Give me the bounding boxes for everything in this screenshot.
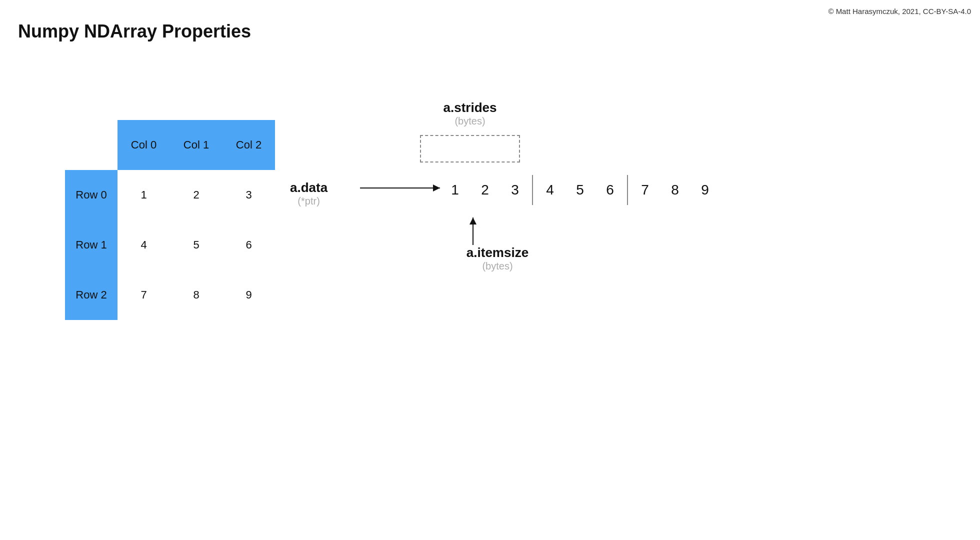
- copyright-text: © Matt Harasymczuk, 2021, CC-BY-SA-4.0: [828, 7, 971, 16]
- cell-2-2: 9: [222, 270, 275, 320]
- itemsize-arrow-up: [472, 218, 474, 245]
- cell-0-1: 2: [170, 170, 222, 220]
- num-3: 3: [500, 182, 530, 198]
- cell-0-2: 3: [222, 170, 275, 220]
- vertical-divider-1: [532, 175, 533, 205]
- data-label: a.data (*ptr): [290, 180, 328, 207]
- col-header-1: Col 1: [170, 120, 222, 170]
- num-2: 2: [470, 182, 500, 198]
- row-header-2: Row 2: [65, 270, 118, 320]
- strides-dashed-box: [420, 135, 520, 162]
- table-row: Row 2 7 8 9: [65, 270, 275, 320]
- matrix-container: Col 0 Col 1 Col 2 Row 0 1 2 3 Row 1 4 5 …: [65, 120, 275, 320]
- table-row: Row 1 4 5 6: [65, 220, 275, 270]
- cell-1-1: 5: [170, 220, 222, 270]
- strides-label: a.strides (bytes): [420, 100, 520, 127]
- num-7: 7: [630, 182, 660, 198]
- matrix-table: Col 0 Col 1 Col 2 Row 0 1 2 3 Row 1 4 5 …: [65, 120, 275, 320]
- num-8: 8: [660, 182, 690, 198]
- data-sub-label: (*ptr): [290, 196, 328, 207]
- cell-0-0: 1: [118, 170, 170, 220]
- vertical-divider-2: [627, 175, 628, 205]
- row-header-0: Row 0: [65, 170, 118, 220]
- itemsize-label: a.itemsize (bytes): [448, 245, 548, 272]
- col-header-2: Col 2: [222, 120, 275, 170]
- num-5: 5: [565, 182, 595, 198]
- col-header-0: Col 0: [118, 120, 170, 170]
- row-header-1: Row 1: [65, 220, 118, 270]
- cell-2-1: 8: [170, 270, 222, 320]
- num-4: 4: [535, 182, 565, 198]
- strides-sub-label: (bytes): [420, 116, 520, 127]
- num-9: 9: [690, 182, 720, 198]
- num-6: 6: [595, 182, 625, 198]
- num-1: 1: [440, 182, 470, 198]
- table-row: Row 0 1 2 3: [65, 170, 275, 220]
- data-arrow-right: [360, 188, 440, 188]
- page-title: Numpy NDArray Properties: [18, 21, 251, 42]
- strides-main-label: a.strides: [420, 100, 520, 116]
- cell-1-2: 6: [222, 220, 275, 270]
- corner-cell: [65, 120, 118, 170]
- data-main-label: a.data: [290, 180, 328, 196]
- cell-2-0: 7: [118, 270, 170, 320]
- itemsize-sub-label: (bytes): [448, 260, 548, 272]
- cell-1-0: 4: [118, 220, 170, 270]
- numbers-row: 1 2 3 4 5 6 7 8 9: [440, 175, 720, 205]
- itemsize-main-label: a.itemsize: [448, 245, 548, 260]
